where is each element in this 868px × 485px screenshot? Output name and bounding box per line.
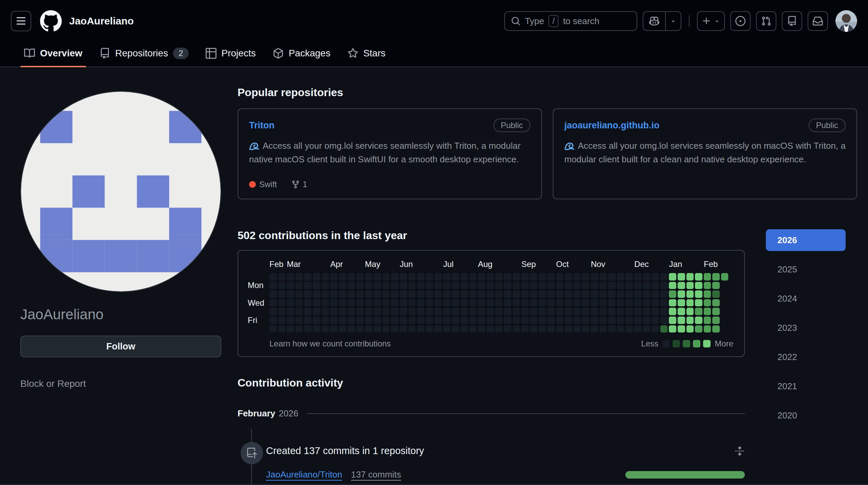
- contribution-day-cell[interactable]: [287, 273, 294, 281]
- contribution-day-cell[interactable]: [582, 282, 589, 289]
- contribution-day-cell[interactable]: [695, 325, 702, 333]
- contribution-day-cell[interactable]: [287, 299, 294, 307]
- contribution-day-cell[interactable]: [417, 282, 424, 289]
- contribution-day-cell[interactable]: [278, 325, 286, 333]
- contribution-day-cell[interactable]: [660, 299, 668, 307]
- inbox-button[interactable]: [808, 11, 828, 31]
- contribution-day-cell[interactable]: [565, 325, 572, 333]
- contribution-day-cell[interactable]: [347, 317, 355, 324]
- contribution-day-cell[interactable]: [669, 325, 676, 333]
- contribution-day-cell[interactable]: [339, 273, 346, 281]
- contribution-day-cell[interactable]: [426, 317, 433, 324]
- contribution-day-cell[interactable]: [400, 282, 407, 289]
- contribution-day-cell[interactable]: [704, 299, 711, 307]
- contribution-day-cell[interactable]: [704, 282, 711, 289]
- contribution-day-cell[interactable]: [443, 290, 451, 298]
- contribution-day-cell[interactable]: [547, 317, 555, 324]
- contribution-day-cell[interactable]: [269, 317, 277, 324]
- contribution-day-cell[interactable]: [365, 290, 373, 298]
- contribution-day-cell[interactable]: [374, 308, 381, 315]
- contribution-day-cell[interactable]: [721, 273, 729, 281]
- tab-stars[interactable]: Stars: [339, 40, 394, 67]
- contribution-day-cell[interactable]: [339, 299, 346, 307]
- contribution-day-cell[interactable]: [504, 325, 511, 333]
- contribution-day-cell[interactable]: [652, 282, 659, 289]
- contribution-day-cell[interactable]: [313, 308, 320, 315]
- contribution-day-cell[interactable]: [539, 299, 546, 307]
- contribution-day-cell[interactable]: [565, 290, 572, 298]
- contribution-day-cell[interactable]: [365, 273, 373, 281]
- contribution-day-cell[interactable]: [382, 273, 390, 281]
- contribution-day-cell[interactable]: [600, 299, 607, 307]
- contribution-day-cell[interactable]: [426, 299, 433, 307]
- contribution-day-cell[interactable]: [495, 317, 503, 324]
- contribution-day-cell[interactable]: [643, 273, 650, 281]
- contribution-day-cell[interactable]: [565, 299, 572, 307]
- contribution-day-cell[interactable]: [469, 273, 477, 281]
- contribution-day-cell[interactable]: [695, 299, 702, 307]
- contribution-day-cell[interactable]: [704, 308, 711, 315]
- contribution-day-cell[interactable]: [304, 308, 312, 315]
- search-input[interactable]: Type / to search: [504, 11, 637, 31]
- contribution-day-cell[interactable]: [573, 299, 581, 307]
- contribution-day-cell[interactable]: [686, 299, 694, 307]
- contribution-day-cell[interactable]: [686, 290, 694, 298]
- contribution-day-cell[interactable]: [478, 308, 485, 315]
- contribution-day-cell[interactable]: [547, 299, 555, 307]
- contribution-day-cell[interactable]: [322, 308, 329, 315]
- contribution-day-cell[interactable]: [409, 290, 416, 298]
- contribution-day-cell[interactable]: [382, 317, 390, 324]
- contribution-day-cell[interactable]: [600, 290, 607, 298]
- contribution-day-cell[interactable]: [547, 308, 555, 315]
- contribution-day-cell[interactable]: [322, 290, 329, 298]
- contribution-day-cell[interactable]: [556, 317, 564, 324]
- contribution-day-cell[interactable]: [278, 282, 286, 289]
- contribution-day-cell[interactable]: [600, 317, 607, 324]
- contribution-day-cell[interactable]: [678, 325, 685, 333]
- contribution-day-cell[interactable]: [695, 308, 702, 315]
- contribution-day-cell[interactable]: [374, 273, 381, 281]
- contribution-day-cell[interactable]: [591, 282, 598, 289]
- contribution-day-cell[interactable]: [434, 273, 442, 281]
- block-or-report-link[interactable]: Block or Report: [20, 378, 86, 389]
- contribution-day-cell[interactable]: [487, 317, 494, 324]
- contribution-day-cell[interactable]: [678, 273, 685, 281]
- contribution-day-cell[interactable]: [452, 308, 459, 315]
- contribution-day-cell[interactable]: [530, 325, 537, 333]
- contribution-day-cell[interactable]: [347, 282, 355, 289]
- contribution-day-cell[interactable]: [365, 282, 373, 289]
- contribution-day-cell[interactable]: [539, 317, 546, 324]
- contribution-day-cell[interactable]: [322, 325, 329, 333]
- contribution-day-cell[interactable]: [469, 282, 477, 289]
- contribution-day-cell[interactable]: [356, 325, 364, 333]
- contribution-day-cell[interactable]: [460, 308, 468, 315]
- contribution-day-cell[interactable]: [634, 317, 642, 324]
- contribution-day-cell[interactable]: [547, 290, 555, 298]
- follow-button[interactable]: Follow: [20, 336, 221, 357]
- copilot-dropdown-button[interactable]: [666, 12, 681, 30]
- contribution-day-cell[interactable]: [513, 290, 520, 298]
- contribution-day-cell[interactable]: [365, 308, 373, 315]
- contribution-day-cell[interactable]: [504, 308, 511, 315]
- contribution-day-cell[interactable]: [582, 273, 589, 281]
- contribution-day-cell[interactable]: [608, 290, 616, 298]
- contribution-day-cell[interactable]: [652, 273, 659, 281]
- contribution-day-cell[interactable]: [469, 325, 477, 333]
- contribution-day-cell[interactable]: [686, 308, 694, 315]
- contribution-day-cell[interactable]: [695, 282, 702, 289]
- contribution-day-cell[interactable]: [391, 273, 398, 281]
- contribution-day-cell[interactable]: [304, 299, 312, 307]
- contribution-day-cell[interactable]: [339, 308, 346, 315]
- contribution-day-cell[interactable]: [434, 282, 442, 289]
- tab-repositories[interactable]: Repositories2: [91, 40, 197, 67]
- contribution-day-cell[interactable]: [565, 308, 572, 315]
- contribution-day-cell[interactable]: [469, 290, 477, 298]
- contribution-day-cell[interactable]: [400, 325, 407, 333]
- contribution-day-cell[interactable]: [530, 308, 537, 315]
- contribution-day-cell[interactable]: [617, 308, 624, 315]
- tab-packages[interactable]: Packages: [264, 40, 339, 67]
- contribution-day-cell[interactable]: [426, 325, 433, 333]
- contribution-day-cell[interactable]: [530, 273, 537, 281]
- contribution-day-cell[interactable]: [695, 317, 702, 324]
- contribution-day-cell[interactable]: [409, 325, 416, 333]
